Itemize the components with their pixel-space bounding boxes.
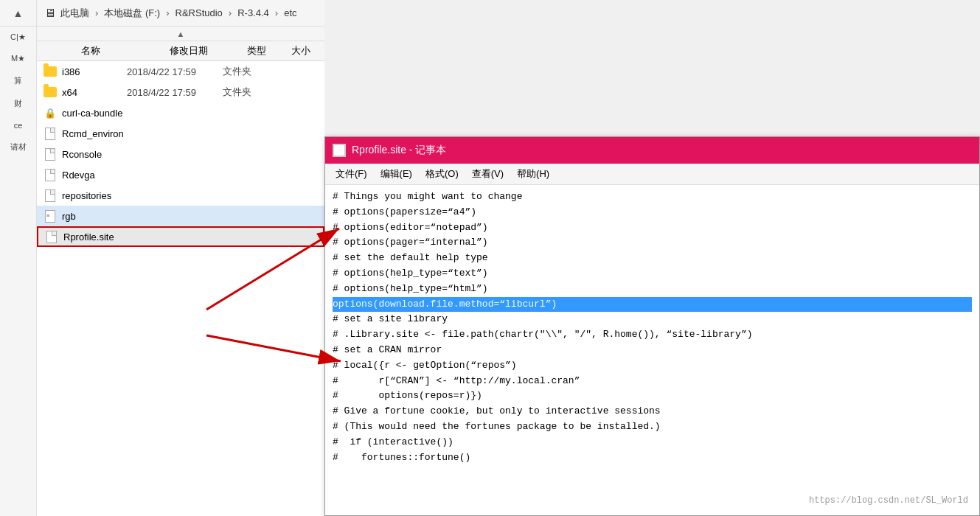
folder-icon	[44, 66, 57, 77]
code-line: options(download.file.method=“libcurl”)	[333, 297, 972, 313]
file-name: x64	[62, 87, 127, 98]
notepad-menubar: 文件(F) 编辑(E) 格式(O) 查看(V) 帮助(H)	[325, 164, 979, 185]
breadcrumb-rstudio[interactable]: R&RStudio	[176, 7, 223, 18]
table-row[interactable]: x64 2018/4/22 17:59 文件夹	[37, 82, 324, 102]
lock-file-icon: 🔒	[44, 108, 56, 119]
doc-icon	[45, 148, 55, 161]
notepad-icon	[333, 144, 346, 157]
file-name: rgb	[62, 211, 127, 222]
folder-icon	[44, 87, 57, 97]
address-icon: 🖥	[44, 7, 56, 20]
code-line: # Give a fortune cookie, but only to int…	[333, 404, 972, 419]
table-row[interactable]: repositories	[37, 185, 324, 206]
doc-icon	[45, 128, 55, 140]
breadcrumb-etc[interactable]: etc	[284, 7, 296, 18]
doc-icon	[46, 231, 57, 243]
up-arrow-icon[interactable]: ▲	[13, 7, 24, 19]
file-name: Rcmd_environ	[62, 128, 127, 139]
menu-file[interactable]: 文件(F)	[330, 165, 373, 183]
sidebar-label-material: 请材	[10, 142, 27, 153]
file-name: curl-ca-bundle	[62, 108, 127, 119]
code-line: # set the default help type	[333, 251, 972, 266]
col-header-type[interactable]: 类型	[247, 44, 291, 57]
table-row[interactable]: rgb	[37, 206, 324, 226]
table-row[interactable]: Rprofile.site	[37, 226, 324, 247]
code-line: # options(editor=“notepad”)	[333, 220, 972, 236]
sort-arrow-up[interactable]: ▲	[177, 29, 185, 38]
txt-icon	[45, 210, 55, 223]
menu-edit[interactable]: 编辑(E)	[375, 165, 418, 183]
address-bar: 🖥 此电脑 › 本地磁盘 (F:) › R&RStudio › R-3.4.4 …	[37, 0, 324, 27]
table-row[interactable]: Rdevga	[37, 164, 324, 185]
table-row[interactable]: 🔒 curl-ca-bundle	[37, 102, 324, 123]
code-line: # options(help_type=“text”)	[333, 266, 972, 282]
code-line: # (This would need the fortunes package …	[333, 419, 972, 435]
file-date: 2018/4/22 17:59	[127, 66, 223, 77]
column-headers: 名称 修改日期 类型 大小	[37, 41, 324, 61]
code-line: # options(help_type=“html”)	[333, 282, 972, 297]
menu-help[interactable]: 帮助(H)	[511, 165, 555, 183]
notepad-content[interactable]: # Things you might want to change# optio…	[325, 185, 979, 515]
nav-sidebar: ▲ C|★ M★ 算 财 ce 请材	[0, 0, 37, 516]
sidebar-label-calc: 算	[14, 75, 22, 86]
code-line: # options(papersize=“a4”)	[333, 205, 972, 220]
file-name: i386	[62, 66, 127, 77]
col-header-size[interactable]: 大小	[291, 44, 324, 57]
code-line: # .Library.site <- file.path(chartr("\\"…	[333, 327, 972, 343]
file-name: repositories	[62, 190, 127, 201]
file-date: 2018/4/22 17:59	[127, 87, 223, 98]
notepad-window: Rprofile.site - 记事本 文件(F) 编辑(E) 格式(O) 查看…	[324, 136, 980, 516]
table-row[interactable]: Rcmd_environ	[37, 123, 324, 144]
menu-view[interactable]: 查看(V)	[466, 165, 510, 183]
code-line: # if (interactive())	[333, 435, 972, 450]
code-line: # local({r <- getOption(“repos”)	[333, 358, 972, 374]
sidebar-label-ce: ce	[14, 121, 23, 130]
col-header-date[interactable]: 修改日期	[170, 44, 247, 57]
file-type: 文件夹	[223, 86, 282, 99]
breadcrumb-pc[interactable]: 此电脑	[60, 7, 89, 20]
table-row[interactable]: Rconsole	[37, 144, 324, 164]
doc-icon	[45, 169, 55, 181]
sidebar-label-c: C|★	[10, 32, 26, 42]
breadcrumb-disk[interactable]: 本地磁盘 (F:)	[104, 7, 160, 20]
code-line: # set a CRAN mirror	[333, 343, 972, 358]
file-name: Rconsole	[62, 149, 127, 160]
file-explorer: ▲ C|★ M★ 算 财 ce 请材 🖥 此电脑 › 本地磁盘 (F:) › R…	[0, 0, 324, 516]
file-type: 文件夹	[223, 65, 282, 78]
code-line: # fortunes::fortune()	[333, 450, 972, 466]
doc-icon	[45, 189, 55, 202]
code-line: # r[“CRAN”] <- “http://my.local.cran”	[333, 374, 972, 389]
watermark: https://blog.csdn.net/SL_World	[809, 494, 968, 508]
table-row[interactable]: i386 2018/4/22 17:59 文件夹	[37, 61, 324, 82]
notepad-titlebar: Rprofile.site - 记事本	[325, 137, 979, 164]
explorer-main: 🖥 此电脑 › 本地磁盘 (F:) › R&RStudio › R-3.4.4 …	[37, 0, 324, 516]
menu-format[interactable]: 格式(O)	[420, 165, 465, 183]
file-name: Rprofile.site	[63, 231, 125, 243]
sidebar-label-m: M★	[11, 54, 25, 63]
file-list: i386 2018/4/22 17:59 文件夹 x64 2018/4/22 1…	[37, 61, 324, 247]
notepad-title: Rprofile.site - 记事本	[352, 144, 446, 157]
sidebar-label-finance: 财	[14, 98, 22, 109]
code-line: # options(repos=r)})	[333, 388, 972, 404]
code-line: # options(pager=“internal”)	[333, 235, 972, 251]
breadcrumb-r344[interactable]: R-3.4.4	[237, 7, 269, 18]
code-line: # set a site library	[333, 312, 972, 327]
code-line: # Things you might want to change	[333, 189, 972, 205]
col-header-name[interactable]: 名称	[37, 44, 170, 57]
file-name: Rdevga	[62, 170, 127, 181]
